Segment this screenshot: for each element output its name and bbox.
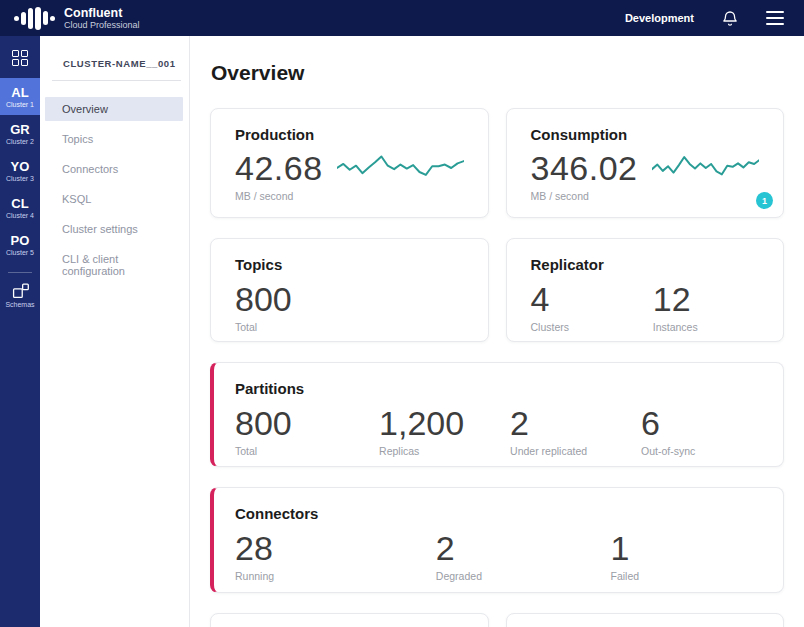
sidebar-divider bbox=[52, 80, 181, 81]
confluent-logo-icon bbox=[14, 5, 55, 31]
sidebar-item-topics[interactable]: Topics bbox=[45, 127, 183, 151]
confluent-brand[interactable]: Confluent Cloud Professional bbox=[14, 5, 140, 31]
sidebar-item-overview[interactable]: Overview bbox=[45, 97, 183, 121]
rail-cluster-5[interactable]: PO Cluster 5 bbox=[0, 226, 40, 263]
production-title: Production bbox=[235, 126, 464, 143]
apps-grid-icon[interactable] bbox=[0, 36, 40, 78]
topics-title: Topics bbox=[235, 256, 464, 273]
metric-value: 28 bbox=[235, 526, 436, 570]
metric-value: 6 bbox=[641, 401, 759, 445]
replicator-instances-metric: 12 Instances bbox=[653, 277, 759, 333]
replicator-card[interactable]: Replicator 4 Clusters 12 Instances bbox=[506, 238, 785, 342]
cluster-label: Cluster 2 bbox=[0, 137, 40, 146]
cluster-label: Cluster 4 bbox=[0, 211, 40, 220]
consumption-value: 346.02 bbox=[531, 147, 638, 189]
sidebar-item-connectors[interactable]: Connectors bbox=[45, 157, 183, 181]
rail-cluster-1[interactable]: AL Cluster 1 bbox=[0, 78, 40, 115]
cluster-label: Cluster 5 bbox=[0, 248, 40, 257]
partitions-under-replicated-metric: 2 Under replicated bbox=[510, 401, 641, 457]
rail-cluster-3[interactable]: YO Cluster 3 bbox=[0, 152, 40, 189]
metric-label: Under replicated bbox=[510, 445, 641, 457]
topics-total-metric: 800 Total bbox=[235, 277, 464, 333]
production-unit: MB / second bbox=[235, 190, 464, 202]
metric-label: Total bbox=[235, 445, 379, 457]
production-card[interactable]: Production 42.68 MB / second bbox=[210, 108, 489, 218]
top-bar: Confluent Cloud Professional Development bbox=[0, 0, 804, 36]
rail-cluster-4[interactable]: CL Cluster 4 bbox=[0, 189, 40, 226]
consumption-card[interactable]: Consumption 346.02 MB / second 1 bbox=[506, 108, 785, 218]
cluster-initials: YO bbox=[0, 159, 40, 174]
consumption-notification-badge[interactable]: 1 bbox=[756, 192, 773, 209]
connectors-running-metric: 28 Running bbox=[235, 526, 436, 582]
metric-label: Out-of-sync bbox=[641, 445, 759, 457]
cluster-rail: AL Cluster 1 GR Cluster 2 YO Cluster 3 C… bbox=[0, 36, 40, 627]
metric-value: 4 bbox=[531, 277, 653, 321]
cluster-initials: GR bbox=[0, 122, 40, 137]
metric-value: 800 bbox=[235, 401, 379, 445]
rail-schemas[interactable]: Schemas bbox=[0, 281, 40, 316]
cluster-initials: AL bbox=[0, 85, 40, 100]
metric-label: Degraded bbox=[436, 570, 611, 582]
partitions-out-of-sync-metric: 6 Out-of-sync bbox=[641, 401, 759, 457]
topics-card[interactable]: Topics 800 Total bbox=[210, 238, 489, 342]
schemas-icon bbox=[11, 281, 30, 300]
metric-label: Replicas bbox=[379, 445, 510, 457]
replicator-title: Replicator bbox=[531, 256, 760, 273]
bell-icon[interactable] bbox=[721, 9, 739, 27]
production-sparkline bbox=[337, 150, 464, 186]
schemas-label: Schemas bbox=[0, 301, 40, 308]
cluster-name: CLUSTER-NAME__001 bbox=[40, 36, 189, 80]
cluster-label: Cluster 3 bbox=[0, 174, 40, 183]
cluster-label: Cluster 1 bbox=[0, 100, 40, 109]
partial-card-left[interactable] bbox=[210, 613, 489, 627]
cluster-sidebar: CLUSTER-NAME__001 Overview Topics Connec… bbox=[40, 36, 190, 627]
metric-value: 12 bbox=[653, 277, 759, 321]
rail-cluster-2[interactable]: GR Cluster 2 bbox=[0, 115, 40, 152]
metric-label: Total bbox=[235, 321, 464, 333]
metric-value: 2 bbox=[510, 401, 641, 445]
connectors-degraded-metric: 2 Degraded bbox=[436, 526, 611, 582]
partial-card-right[interactable] bbox=[506, 613, 785, 627]
metric-value: 1,200 bbox=[379, 401, 510, 445]
brand-subtitle: Cloud Professional bbox=[64, 20, 140, 31]
sidebar-item-cli-client-configuration[interactable]: CLI & client configuration bbox=[45, 247, 183, 283]
main-content: Overview Production 42.68 MB / second Co… bbox=[190, 36, 804, 627]
metric-label: Failed bbox=[611, 570, 759, 582]
consumption-sparkline bbox=[652, 150, 760, 186]
connectors-card[interactable]: Connectors 28 Running 2 Degraded 1 Faile… bbox=[210, 487, 784, 593]
consumption-unit: MB / second bbox=[531, 190, 760, 202]
partitions-title: Partitions bbox=[235, 380, 759, 397]
metric-label: Clusters bbox=[531, 321, 653, 333]
metric-label: Running bbox=[235, 570, 436, 582]
brand-name: Confluent bbox=[64, 6, 140, 20]
metric-value: 1 bbox=[611, 526, 759, 570]
consumption-title: Consumption bbox=[531, 126, 760, 143]
connectors-failed-metric: 1 Failed bbox=[611, 526, 759, 582]
rail-divider bbox=[8, 272, 32, 273]
metric-value: 800 bbox=[235, 277, 464, 321]
environment-selector[interactable]: Development bbox=[625, 12, 694, 24]
cluster-initials: PO bbox=[0, 233, 40, 248]
metric-value: 2 bbox=[436, 526, 611, 570]
production-value: 42.68 bbox=[235, 147, 323, 189]
cluster-initials: CL bbox=[0, 196, 40, 211]
replicator-clusters-metric: 4 Clusters bbox=[531, 277, 653, 333]
connectors-title: Connectors bbox=[235, 505, 759, 522]
partitions-card[interactable]: Partitions 800 Total 1,200 Replicas 2 Un… bbox=[210, 362, 784, 467]
partitions-total-metric: 800 Total bbox=[235, 401, 379, 457]
sidebar-item-cluster-settings[interactable]: Cluster settings bbox=[45, 217, 183, 241]
metric-label: Instances bbox=[653, 321, 759, 333]
partitions-replicas-metric: 1,200 Replicas bbox=[379, 401, 510, 457]
hamburger-menu-icon[interactable] bbox=[766, 8, 784, 28]
sidebar-item-ksql[interactable]: KSQL bbox=[45, 187, 183, 211]
page-title: Overview bbox=[211, 61, 784, 85]
